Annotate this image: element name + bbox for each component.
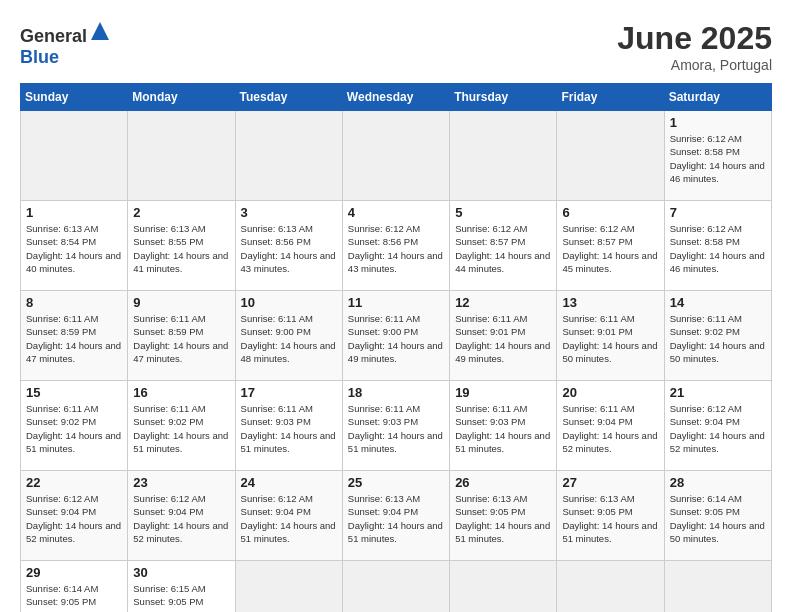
day-of-week-header: Wednesday — [342, 84, 449, 111]
calendar-day-cell: 1Sunrise: 6:13 AMSunset: 8:54 PMDaylight… — [21, 201, 128, 291]
month-title: June 2025 — [617, 20, 772, 57]
calendar-day-cell: 22Sunrise: 6:12 AMSunset: 9:04 PMDayligh… — [21, 471, 128, 561]
calendar-day-cell: 8Sunrise: 6:11 AMSunset: 8:59 PMDaylight… — [21, 291, 128, 381]
day-info: Sunrise: 6:11 AMSunset: 9:03 PMDaylight:… — [241, 402, 337, 455]
day-info: Sunrise: 6:13 AMSunset: 9:05 PMDaylight:… — [455, 492, 551, 545]
calendar-day-cell: 19Sunrise: 6:11 AMSunset: 9:03 PMDayligh… — [450, 381, 557, 471]
day-number: 1 — [26, 205, 122, 220]
day-info: Sunrise: 6:14 AMSunset: 9:05 PMDaylight:… — [670, 492, 766, 545]
calendar-week-row: 1Sunrise: 6:13 AMSunset: 8:54 PMDaylight… — [21, 201, 772, 291]
day-info: Sunrise: 6:12 AMSunset: 8:58 PMDaylight:… — [670, 132, 766, 185]
calendar-day-cell — [450, 561, 557, 613]
calendar-day-cell: 12Sunrise: 6:11 AMSunset: 9:01 PMDayligh… — [450, 291, 557, 381]
calendar-day-cell: 23Sunrise: 6:12 AMSunset: 9:04 PMDayligh… — [128, 471, 235, 561]
page-header: General Blue June 2025 Amora, Portugal — [20, 20, 772, 73]
day-number: 26 — [455, 475, 551, 490]
day-number: 14 — [670, 295, 766, 310]
day-number: 29 — [26, 565, 122, 580]
day-info: Sunrise: 6:14 AMSunset: 9:05 PMDaylight:… — [26, 582, 122, 612]
day-info: Sunrise: 6:11 AMSunset: 9:03 PMDaylight:… — [455, 402, 551, 455]
calendar-day-cell: 14Sunrise: 6:11 AMSunset: 9:02 PMDayligh… — [664, 291, 771, 381]
calendar-day-cell: 15Sunrise: 6:11 AMSunset: 9:02 PMDayligh… — [21, 381, 128, 471]
calendar-day-cell: 10Sunrise: 6:11 AMSunset: 9:00 PMDayligh… — [235, 291, 342, 381]
day-info: Sunrise: 6:11 AMSunset: 9:02 PMDaylight:… — [26, 402, 122, 455]
calendar-day-cell — [235, 561, 342, 613]
calendar-day-cell: 16Sunrise: 6:11 AMSunset: 9:02 PMDayligh… — [128, 381, 235, 471]
calendar-table: SundayMondayTuesdayWednesdayThursdayFrid… — [20, 83, 772, 612]
day-number: 30 — [133, 565, 229, 580]
day-info: Sunrise: 6:11 AMSunset: 9:04 PMDaylight:… — [562, 402, 658, 455]
calendar-day-cell: 13Sunrise: 6:11 AMSunset: 9:01 PMDayligh… — [557, 291, 664, 381]
day-info: Sunrise: 6:12 AMSunset: 9:04 PMDaylight:… — [670, 402, 766, 455]
calendar-day-cell — [235, 111, 342, 201]
logo-icon — [89, 20, 111, 42]
calendar-week-row: 1Sunrise: 6:12 AMSunset: 8:58 PMDaylight… — [21, 111, 772, 201]
calendar-week-row: 15Sunrise: 6:11 AMSunset: 9:02 PMDayligh… — [21, 381, 772, 471]
logo-blue: Blue — [20, 47, 59, 67]
day-info: Sunrise: 6:11 AMSunset: 9:02 PMDaylight:… — [670, 312, 766, 365]
day-number: 25 — [348, 475, 444, 490]
day-info: Sunrise: 6:12 AMSunset: 9:04 PMDaylight:… — [241, 492, 337, 545]
day-info: Sunrise: 6:15 AMSunset: 9:05 PMDaylight:… — [133, 582, 229, 612]
calendar-day-cell: 3Sunrise: 6:13 AMSunset: 8:56 PMDaylight… — [235, 201, 342, 291]
logo-text: General Blue — [20, 20, 111, 68]
calendar-day-cell: 18Sunrise: 6:11 AMSunset: 9:03 PMDayligh… — [342, 381, 449, 471]
day-of-week-header: Thursday — [450, 84, 557, 111]
calendar-day-cell — [128, 111, 235, 201]
calendar-day-cell: 9Sunrise: 6:11 AMSunset: 8:59 PMDaylight… — [128, 291, 235, 381]
day-number: 24 — [241, 475, 337, 490]
calendar-day-cell: 6Sunrise: 6:12 AMSunset: 8:57 PMDaylight… — [557, 201, 664, 291]
svg-marker-0 — [91, 22, 109, 40]
day-info: Sunrise: 6:11 AMSunset: 9:02 PMDaylight:… — [133, 402, 229, 455]
day-info: Sunrise: 6:11 AMSunset: 8:59 PMDaylight:… — [133, 312, 229, 365]
calendar-day-cell — [450, 111, 557, 201]
day-of-week-header: Tuesday — [235, 84, 342, 111]
calendar-day-cell: 2Sunrise: 6:13 AMSunset: 8:55 PMDaylight… — [128, 201, 235, 291]
day-number: 8 — [26, 295, 122, 310]
calendar-day-cell: 20Sunrise: 6:11 AMSunset: 9:04 PMDayligh… — [557, 381, 664, 471]
calendar-body: 1Sunrise: 6:12 AMSunset: 8:58 PMDaylight… — [21, 111, 772, 613]
calendar-day-cell: 24Sunrise: 6:12 AMSunset: 9:04 PMDayligh… — [235, 471, 342, 561]
calendar-day-cell — [342, 561, 449, 613]
day-info: Sunrise: 6:12 AMSunset: 8:56 PMDaylight:… — [348, 222, 444, 275]
location: Amora, Portugal — [617, 57, 772, 73]
day-number: 17 — [241, 385, 337, 400]
day-info: Sunrise: 6:12 AMSunset: 9:04 PMDaylight:… — [133, 492, 229, 545]
day-number: 15 — [26, 385, 122, 400]
day-number: 22 — [26, 475, 122, 490]
day-of-week-header: Monday — [128, 84, 235, 111]
calendar-day-cell: 26Sunrise: 6:13 AMSunset: 9:05 PMDayligh… — [450, 471, 557, 561]
day-info: Sunrise: 6:11 AMSunset: 9:00 PMDaylight:… — [348, 312, 444, 365]
day-info: Sunrise: 6:12 AMSunset: 8:57 PMDaylight:… — [562, 222, 658, 275]
title-block: June 2025 Amora, Portugal — [617, 20, 772, 73]
day-number: 13 — [562, 295, 658, 310]
day-info: Sunrise: 6:11 AMSunset: 9:03 PMDaylight:… — [348, 402, 444, 455]
day-info: Sunrise: 6:12 AMSunset: 8:57 PMDaylight:… — [455, 222, 551, 275]
day-number: 23 — [133, 475, 229, 490]
calendar-header-row: SundayMondayTuesdayWednesdayThursdayFrid… — [21, 84, 772, 111]
calendar-week-row: 8Sunrise: 6:11 AMSunset: 8:59 PMDaylight… — [21, 291, 772, 381]
day-number: 2 — [133, 205, 229, 220]
day-info: Sunrise: 6:11 AMSunset: 9:00 PMDaylight:… — [241, 312, 337, 365]
day-info: Sunrise: 6:13 AMSunset: 9:05 PMDaylight:… — [562, 492, 658, 545]
day-number: 18 — [348, 385, 444, 400]
day-info: Sunrise: 6:13 AMSunset: 8:55 PMDaylight:… — [133, 222, 229, 275]
calendar-day-cell: 4Sunrise: 6:12 AMSunset: 8:56 PMDaylight… — [342, 201, 449, 291]
day-number: 3 — [241, 205, 337, 220]
day-number: 7 — [670, 205, 766, 220]
day-number: 27 — [562, 475, 658, 490]
calendar-day-cell: 30Sunrise: 6:15 AMSunset: 9:05 PMDayligh… — [128, 561, 235, 613]
day-info: Sunrise: 6:11 AMSunset: 9:01 PMDaylight:… — [562, 312, 658, 365]
day-number: 28 — [670, 475, 766, 490]
calendar-day-cell: 11Sunrise: 6:11 AMSunset: 9:00 PMDayligh… — [342, 291, 449, 381]
day-info: Sunrise: 6:12 AMSunset: 8:58 PMDaylight:… — [670, 222, 766, 275]
calendar-day-cell — [664, 561, 771, 613]
day-number: 4 — [348, 205, 444, 220]
day-of-week-header: Saturday — [664, 84, 771, 111]
day-number: 1 — [670, 115, 766, 130]
day-info: Sunrise: 6:13 AMSunset: 8:54 PMDaylight:… — [26, 222, 122, 275]
logo: General Blue — [20, 20, 111, 68]
calendar-day-cell — [21, 111, 128, 201]
calendar-day-cell — [557, 561, 664, 613]
day-number: 16 — [133, 385, 229, 400]
